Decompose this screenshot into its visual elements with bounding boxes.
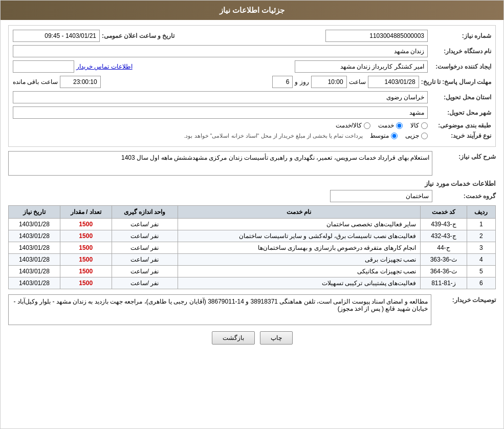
ostan-input[interactable]: [13, 91, 428, 103]
cell-tedad: 1500: [60, 277, 112, 289]
cell-name: فعالیت‌های پشتیبانی ترکیبی تسهیلات: [178, 277, 420, 289]
saat-mande-input[interactable]: [60, 76, 101, 88]
rooz-label: روز و: [295, 78, 309, 85]
cell-vahed: نفر /ساعت: [112, 254, 178, 266]
table-row: 4 ث-36-363 نصب تجهیزات برقی نفر /ساعت 15…: [9, 254, 496, 266]
cell-tarikh: 1403/01/28: [9, 266, 60, 277]
radio-khadamat: خدمت: [378, 122, 403, 129]
table-row: 2 ج-43-432 فعالیت‌های نصب تاسیسات برق، ل…: [9, 230, 496, 242]
radio-kala-khadamat-input[interactable]: [364, 122, 370, 129]
cell-name: انجام کارهای متفرقه درخصوص بازسازی و بهس…: [178, 242, 420, 254]
sharh-textarea: استعلام بهای قرارداد خدمات سرویس، تعمیر،…: [8, 151, 432, 176]
radio-kala: کالا: [410, 122, 428, 129]
cell-kod: ج-43-432: [421, 230, 467, 242]
row-ostan: استان محل تحویل:: [13, 91, 491, 103]
cell-kod: ج-43-439: [421, 219, 467, 230]
cell-radif: 1: [467, 219, 495, 230]
shahr-label: شهر محل تحویل:: [430, 109, 491, 116]
table-row: 6 ز-81-811 فعالیت‌های پشتیبانی ترکیبی تس…: [9, 277, 496, 289]
th-vahed: واحد اندازه گیری: [112, 206, 178, 219]
cell-tedad: 1500: [60, 230, 112, 242]
cell-radif: 3: [467, 242, 495, 254]
radio-motavaset: متوسط: [370, 132, 398, 139]
th-tedad: تعداد / مقدار: [60, 206, 112, 219]
cell-radif: 5: [467, 266, 495, 277]
gorooh-input[interactable]: [330, 190, 432, 202]
ettelaat-tamas-link[interactable]: اطلاعات تماس خریدار: [76, 63, 133, 70]
radio-jozii: جزیی: [405, 132, 428, 139]
shomare-niaz-input[interactable]: [325, 30, 428, 42]
page-header: جزئیات اطلاعات نیاز: [1, 1, 503, 20]
radio-motavaset-input[interactable]: [391, 133, 398, 139]
ijad-konande-label: ایجاد کننده درخواست:: [430, 63, 491, 70]
cell-tarikh: 1403/01/28: [9, 242, 60, 254]
radio-kala-khadamat-label: کالا/خدمت: [336, 122, 362, 129]
row-tabagheh: طبقه بندی موضوعی: کالا خدمت کالا/خدمت: [13, 122, 491, 129]
bazgasht-button[interactable]: بازگشت: [212, 331, 255, 345]
cell-name: نصب تجهیزات برقی: [178, 254, 420, 266]
table-row: 3 ح-44 انجام کارهای متفرقه درخصوص بازساز…: [9, 242, 496, 254]
table-row: 5 ث-36-364 نصب تجهیزات مکانیکی نفر /ساعت…: [9, 266, 496, 277]
tarikh-pasokh-input[interactable]: [368, 76, 419, 88]
tabagheh-radio-group: کالا خدمت کالا/خدمت: [336, 122, 428, 129]
mohlat-label: مهلت ارسال پاسخ: تا تاریخ:: [421, 78, 491, 85]
button-row: چاپ بازگشت: [8, 331, 496, 345]
row-sharh: شرح کلی نیاز: استعلام بهای قرارداد خدمات…: [8, 151, 496, 176]
radio-jozii-label: جزیی: [405, 132, 419, 139]
radio-khadamat-input[interactable]: [396, 122, 403, 129]
sharh-label: شرح کلی نیاز:: [434, 151, 496, 160]
tabagheh-label: طبقه بندی موضوعی:: [430, 122, 491, 129]
cell-name: سایر فعالیت‌های تخصصی ساختمان: [178, 219, 420, 230]
cell-kod: ث-36-363: [421, 254, 467, 266]
saat-input[interactable]: [311, 76, 347, 88]
cell-radif: 2: [467, 230, 495, 242]
th-kod: کد خدمت: [421, 206, 467, 219]
cell-tedad: 1500: [60, 242, 112, 254]
cell-kod: ز-81-811: [421, 277, 467, 289]
row-dastgah: نام دستگاه خریدار:: [13, 45, 491, 57]
nam-dastgah-input[interactable]: [13, 45, 428, 57]
cell-kod: ح-44: [421, 242, 467, 254]
faravaand-note: پرداخت تمام یا بخشی از مبلغ خریدار از مح…: [184, 133, 363, 139]
cell-vahed: نفر /ساعت: [112, 219, 178, 230]
saat-label: ساعت: [349, 78, 366, 85]
cell-radif: 6: [467, 277, 495, 289]
radio-khadamat-label: خدمت: [378, 122, 394, 129]
cell-tarikh: 1403/01/28: [9, 230, 60, 242]
th-radif: ردیف: [467, 206, 495, 219]
cell-tedad: 1500: [60, 219, 112, 230]
radio-motavaset-label: متوسط: [370, 132, 389, 139]
chap-button[interactable]: چاپ: [260, 331, 293, 345]
th-name: نام خدمت: [178, 206, 420, 219]
row-shahr: شهر محل تحویل:: [13, 106, 491, 119]
radio-kala-label: کالا: [410, 122, 419, 129]
toseeh-content: مطالعه و امضای اسناد پیوست الزامی است، ت…: [8, 294, 431, 325]
row-ijad: ایجاد کننده درخواست: اطلاعات تماس خریدار: [13, 60, 491, 73]
radio-kala-input[interactable]: [421, 122, 428, 129]
cell-tedad: 1500: [60, 254, 112, 266]
tarikh-saat-input[interactable]: [13, 30, 100, 42]
faravaand-label: نوع فرآیند خرید:: [430, 132, 491, 139]
services-table: ردیف کد خدمت نام خدمت واحد اندازه گیری ت…: [8, 205, 496, 289]
cell-vahed: نفر /ساعت: [112, 242, 178, 254]
ettelaat-tamas-input[interactable]: [13, 60, 74, 73]
tarikh-saat-label: تاریخ و ساعت اعلان عمومی:: [102, 32, 174, 39]
cell-tarikh: 1403/01/28: [9, 254, 60, 266]
rooz-input[interactable]: [272, 76, 293, 88]
cell-name: فعالیت‌های نصب تاسیسات برق، لوله‌کشی و س…: [178, 230, 420, 242]
toseeh-label: توصیحات خریدار:: [434, 294, 496, 304]
row-gorooh: گروه خدمت:: [8, 190, 496, 202]
radio-kala-khadamat: کالا/خدمت: [336, 122, 370, 129]
cell-vahed: نفر /ساعت: [112, 277, 178, 289]
shahr-input[interactable]: [13, 106, 428, 119]
cell-vahed: نفر /ساعت: [112, 266, 178, 277]
table-row: 1 ج-43-439 سایر فعالیت‌های تخصصی ساختمان…: [9, 219, 496, 230]
cell-radif: 4: [467, 254, 495, 266]
radio-jozii-input[interactable]: [421, 133, 428, 139]
shomare-niaz-label: شماره نیاز:: [430, 32, 491, 39]
general-info-section: شماره نیاز: تاریخ و ساعت اعلان عمومی: نا…: [8, 25, 496, 147]
cell-kod: ث-36-364: [421, 266, 467, 277]
saat-mande-label: ساعت باقی مانده: [13, 78, 58, 85]
ijad-konande-input[interactable]: [295, 60, 428, 73]
row-shomare: شماره نیاز: تاریخ و ساعت اعلان عمومی:: [13, 30, 491, 42]
